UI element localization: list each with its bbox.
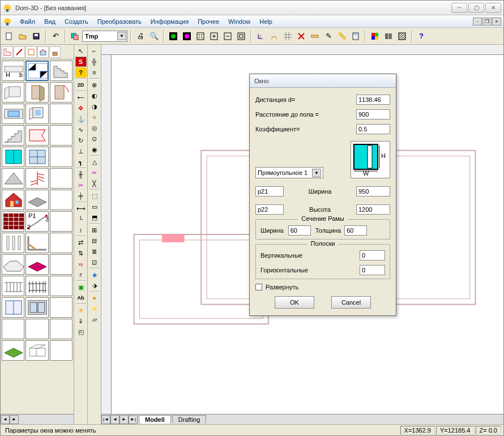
vt2-a[interactable]: ⌐: [89, 46, 100, 56]
print-button[interactable]: 🖨: [134, 30, 147, 42]
snap-perp-button[interactable]: ⊥: [75, 146, 87, 156]
palette-empty6[interactable]: [50, 211, 72, 232]
palette-empty11[interactable]: [2, 319, 24, 339]
p22-input[interactable]: [255, 204, 284, 215]
vt2-l[interactable]: ✂: [89, 168, 100, 178]
palette-empty9[interactable]: [50, 276, 72, 296]
box-button[interactable]: ◰: [75, 327, 87, 337]
tab-prev-button[interactable]: ◄: [110, 415, 119, 424]
vt2-j[interactable]: ◉: [89, 144, 100, 155]
text-ab-button[interactable]: Ab: [75, 293, 87, 303]
palette-railing[interactable]: [2, 276, 24, 296]
close-button[interactable]: ✕: [485, 3, 501, 13]
zoom-extents-button[interactable]: [194, 30, 207, 42]
minimize-button[interactable]: ─: [451, 3, 467, 13]
palette-empty14[interactable]: [50, 340, 72, 361]
palette-empty3[interactable]: [50, 147, 72, 167]
mode2-button[interactable]: [14, 46, 25, 58]
palette-window-cyan[interactable]: [2, 147, 24, 167]
dialog-title[interactable]: Окно: [250, 74, 396, 88]
undo-button[interactable]: ↶: [49, 30, 62, 42]
palette-shape[interactable]: [25, 125, 48, 146]
dim-v-button[interactable]: ↕: [75, 225, 87, 235]
zoom-window-button[interactable]: [235, 30, 247, 42]
height-input[interactable]: [356, 204, 390, 215]
palette-box3d[interactable]: [25, 340, 48, 361]
mode3-button[interactable]: [25, 46, 37, 58]
tab-modell[interactable]: Modell: [139, 415, 171, 424]
expand-checkbox[interactable]: [255, 284, 262, 290]
palette-empty8[interactable]: [50, 254, 72, 275]
palette-window-double[interactable]: [25, 297, 48, 318]
palette-stairs-top[interactable]: [50, 61, 72, 81]
cube-button[interactable]: ▣: [75, 282, 87, 292]
vt2-h[interactable]: ◎: [89, 123, 100, 133]
zoom-in-button[interactable]: [208, 30, 220, 42]
frame-thickness-input[interactable]: [344, 225, 367, 236]
vt2-w[interactable]: ●: [89, 293, 100, 303]
cursor-button[interactable]: ↖: [75, 46, 87, 56]
palette-roof-complex[interactable]: [2, 254, 24, 275]
width-input[interactable]: [356, 186, 390, 196]
break-button[interactable]: ╪: [75, 191, 87, 201]
horizontal-input[interactable]: [360, 265, 385, 275]
palette-wall3d[interactable]: [2, 82, 24, 102]
palette-tiles[interactable]: [2, 211, 24, 232]
vt2-t[interactable]: ⊡: [89, 257, 100, 267]
tab-drafting[interactable]: Drafting: [172, 415, 207, 424]
vt2-c[interactable]: ≡: [89, 67, 100, 78]
palette-columns[interactable]: [2, 233, 24, 253]
palette-empty12[interactable]: [25, 319, 48, 339]
menu-view[interactable]: Вид: [40, 17, 60, 26]
palette-plane-green[interactable]: [2, 340, 24, 361]
mdi-restore-button[interactable]: ❐: [482, 18, 492, 25]
palette-house[interactable]: [2, 190, 24, 210]
vt2-k[interactable]: △: [89, 157, 100, 167]
scissors-button[interactable]: ✂: [75, 180, 87, 190]
palette-cabinet[interactable]: [2, 297, 24, 318]
dim-h-button[interactable]: ⟷: [75, 203, 87, 213]
menu-file[interactable]: Файл: [15, 17, 40, 26]
palette-line-p1[interactable]: P123: [25, 211, 48, 232]
palette-window-grid[interactable]: [25, 147, 48, 167]
floor-dist-input[interactable]: [356, 109, 390, 119]
zoom-out-button[interactable]: [221, 30, 234, 42]
vt2-r[interactable]: ⊟: [89, 236, 100, 246]
palette-empty1[interactable]: [50, 104, 72, 124]
menu-info[interactable]: Информация: [146, 17, 193, 26]
palette-empty4[interactable]: [50, 168, 72, 189]
vt2-f[interactable]: ◑: [89, 101, 100, 112]
layer-combo[interactable]: Tmp ▼: [82, 31, 127, 42]
new-button[interactable]: [3, 30, 15, 42]
ok-button[interactable]: OK: [275, 296, 314, 309]
ruler-button[interactable]: 📏: [336, 30, 348, 42]
tab-next-button[interactable]: ►: [119, 415, 129, 424]
mdi-close-button[interactable]: ×: [492, 18, 501, 25]
palette-empty10[interactable]: [50, 297, 72, 318]
palette-roof1[interactable]: [2, 168, 24, 189]
mode4-button[interactable]: [37, 46, 49, 58]
rotate-button[interactable]: ↻: [75, 135, 87, 146]
vt2-u[interactable]: ◈: [89, 270, 100, 280]
window-type-select[interactable]: Прямоугольное 1 ▼: [255, 167, 323, 178]
vertical-input[interactable]: [360, 250, 385, 260]
vt2-b[interactable]: ╬: [89, 57, 100, 67]
vt2-y[interactable]: ▱: [89, 314, 100, 324]
coeff-input[interactable]: [356, 124, 390, 134]
vt2-p[interactable]: ⬒: [89, 212, 100, 223]
vt2-n[interactable]: ⬚: [89, 191, 100, 201]
menu-other[interactable]: Прочее: [193, 17, 224, 26]
palette-scroll-left[interactable]: ◄: [1, 415, 10, 424]
tab-last-button[interactable]: ►|: [129, 415, 138, 424]
color1-button[interactable]: [167, 30, 180, 42]
maximize-button[interactable]: ▢: [468, 3, 484, 13]
pencil-button[interactable]: ✎: [322, 30, 335, 42]
palette-button[interactable]: [369, 30, 381, 42]
corner-button[interactable]: └: [75, 214, 87, 224]
menu-help[interactable]: Help: [255, 17, 277, 26]
flip-h-button[interactable]: ⇄: [75, 237, 87, 247]
p21-input[interactable]: [255, 186, 284, 196]
vt2-i[interactable]: ⊙: [89, 134, 100, 144]
vt2-s[interactable]: ≣: [89, 246, 100, 257]
mode-2d-button[interactable]: 2D: [75, 80, 87, 90]
